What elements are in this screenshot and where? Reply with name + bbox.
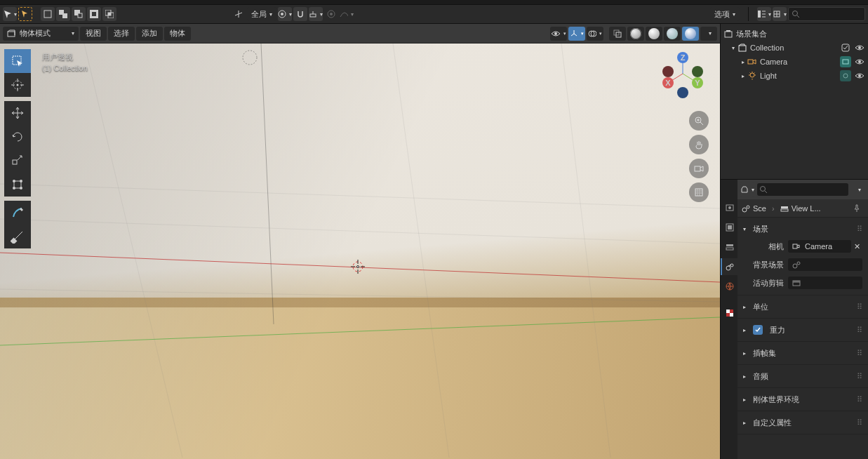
restrict-badge[interactable]	[840, 70, 851, 81]
header-search[interactable]	[788, 7, 865, 21]
props-options-dd[interactable]: ▾	[851, 182, 865, 197]
restrict-badge[interactable]	[840, 56, 851, 67]
gravity-checkbox[interactable]	[753, 325, 763, 335]
nav-zoom[interactable]	[689, 111, 709, 131]
svg-rect-68	[726, 248, 733, 250]
gizmo-z[interactable]: Z	[677, 52, 688, 63]
field-camera: 相机 Camera ✕	[743, 239, 862, 254]
tool-scale[interactable]	[4, 149, 31, 173]
outliner-scene-collection[interactable]: 场景集合	[721, 27, 868, 41]
viewport-info-persp: 用户透视	[42, 52, 88, 62]
ptab-scene[interactable]	[721, 258, 737, 275]
props-editor-type-dd[interactable]: ▾	[740, 182, 754, 197]
svg-point-70	[730, 264, 733, 267]
ptab-viewlayer[interactable]	[721, 239, 737, 255]
gizmo-dd[interactable]: ▾	[568, 27, 585, 41]
nav-camera[interactable]	[689, 159, 709, 178]
gizmo-x[interactable]: X	[662, 77, 674, 88]
nav-buttons	[689, 111, 709, 202]
tool-move[interactable]	[4, 101, 31, 125]
viewport-3d[interactable]: 用户透视 (1) Collection Z X Y	[0, 44, 720, 459]
nav-gizmo[interactable]: Z X Y	[658, 49, 707, 98]
ptab-render[interactable]	[721, 199, 737, 216]
tool-annotate[interactable]	[4, 201, 31, 225]
tool-settings-header: ▾ 全局▾ ▾ ▾ ▾ 选项▾ ▾ ▾	[0, 4, 868, 24]
select-box-tool[interactable]	[18, 7, 32, 21]
proportional-falloff-dd[interactable]: ▾	[340, 7, 354, 21]
svg-rect-51	[695, 189, 702, 196]
checkbox-icon[interactable]	[840, 42, 851, 53]
shading-matprev[interactable]	[664, 27, 681, 41]
ptab-world[interactable]	[721, 278, 737, 295]
gizmo-neg-z[interactable]	[677, 87, 688, 98]
outliner: 场景集合 ▾ Collection ▸ Camera ▸ Light	[721, 24, 868, 180]
panel-scene-header[interactable]: ▾场景⠿	[743, 222, 862, 236]
gizmo-neg-x[interactable]	[692, 66, 703, 77]
select-mode-subtract[interactable]	[72, 7, 86, 21]
proportional-edit-toggle[interactable]	[324, 7, 338, 21]
snap-toggle[interactable]	[293, 7, 307, 21]
shading-solid[interactable]	[646, 27, 662, 41]
outliner-row-light[interactable]: ▸ Light	[721, 69, 868, 83]
visibility-dd[interactable]: ▾	[550, 27, 567, 41]
nav-pan[interactable]	[689, 135, 709, 154]
overlays-dd[interactable]: ▾	[587, 27, 603, 41]
shading-rendered[interactable]	[682, 27, 699, 41]
menu-view[interactable]: 视图	[80, 27, 107, 41]
camera-clear[interactable]: ✕	[851, 242, 862, 251]
svg-rect-80	[793, 244, 797, 248]
xray-toggle[interactable]	[609, 27, 626, 41]
pivot-point-dd[interactable]: ▾	[278, 7, 292, 21]
outliner-editor-type-dd[interactable]: ▾	[757, 7, 771, 21]
snap-target-dd[interactable]: ▾	[309, 7, 323, 21]
properties-search[interactable]	[757, 183, 848, 196]
shading-options-dd[interactable]: ▾	[700, 27, 717, 41]
select-mode-extend[interactable]	[56, 7, 70, 21]
nav-persp-ortho[interactable]	[689, 182, 709, 202]
bg-scene-datablock[interactable]	[788, 258, 862, 271]
tool-measure[interactable]	[4, 225, 31, 248]
tool-cursor[interactable]	[4, 73, 31, 97]
outliner-row-camera[interactable]: ▸ Camera	[721, 55, 868, 69]
svg-point-61	[843, 74, 848, 78]
transform-orientation-dd[interactable]: 全局▾	[247, 7, 276, 21]
eye-icon[interactable]	[854, 42, 865, 53]
menu-select[interactable]: 选择	[108, 27, 135, 41]
clip-datablock[interactable]	[788, 277, 862, 289]
gizmo-neg-y[interactable]	[662, 66, 674, 77]
gizmo-y[interactable]: Y	[692, 77, 703, 88]
menu-add[interactable]: 添加	[136, 27, 163, 41]
eye-icon[interactable]	[854, 56, 865, 67]
camera-datablock[interactable]: Camera	[788, 240, 851, 253]
outliner-display-mode-dd[interactable]: ▾	[773, 7, 787, 21]
svg-rect-12	[310, 14, 316, 17]
tool-select-box[interactable]	[4, 49, 31, 73]
bc-viewlayer[interactable]: View L...	[780, 204, 821, 213]
object-mode-dd[interactable]: 物体模式 ▾	[3, 27, 79, 41]
cursor-3d	[349, 258, 366, 275]
tool-transform[interactable]	[4, 173, 31, 197]
eye-icon[interactable]	[854, 70, 865, 81]
menu-object[interactable]: 物体	[164, 27, 191, 41]
bc-scene[interactable]: Sce›	[742, 204, 775, 213]
ptab-output[interactable]	[721, 219, 737, 236]
pin-icon[interactable]	[850, 201, 864, 215]
tool-rotate[interactable]	[4, 125, 31, 149]
options-dd[interactable]: 选项▾	[710, 7, 740, 21]
select-mode-new[interactable]	[41, 7, 55, 21]
ptab-texture[interactable]	[721, 305, 737, 321]
svg-rect-78	[781, 206, 788, 208]
outliner-tree: 场景集合 ▾ Collection ▸ Camera ▸ Light	[721, 24, 868, 179]
svg-rect-67	[726, 244, 733, 246]
viewport-area: 物体模式 ▾ 视图 选择 添加 物体 ▾ ▾ ▾ ▾	[0, 24, 720, 459]
svg-rect-39	[13, 160, 17, 164]
panel-keying: ▸插帧集⠿	[737, 342, 868, 365]
cursor-tool-dd[interactable]: ▾	[3, 7, 17, 21]
transform-orientation-icon[interactable]	[232, 7, 246, 21]
field-active-clip: 活动剪辑	[743, 275, 862, 291]
select-mode-invert[interactable]	[87, 7, 101, 21]
shading-wireframe[interactable]	[627, 27, 644, 41]
outliner-row-collection[interactable]: ▾ Collection	[721, 41, 868, 55]
select-mode-intersect[interactable]	[102, 7, 116, 21]
panel-scene: ▾场景⠿ 相机 Camera ✕ 背景场景 活动剪辑	[737, 218, 868, 295]
